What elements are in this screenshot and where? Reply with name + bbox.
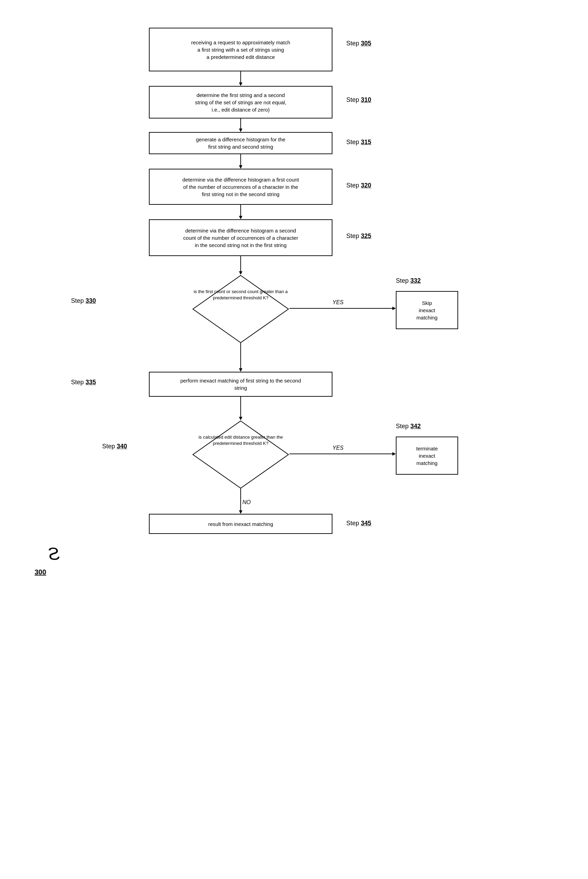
step-335-text: perform inexact matching of first string… bbox=[180, 377, 301, 392]
step-315-text: generate a difference histogram for the … bbox=[196, 136, 285, 150]
step-332-text: Skip inexact matching bbox=[417, 299, 438, 321]
svg-marker-24 bbox=[193, 421, 288, 488]
svg-marker-1 bbox=[239, 83, 242, 86]
step-342-box: terminate inexact matching bbox=[396, 437, 458, 475]
step-305-box: receiving a request to approximately mat… bbox=[149, 28, 333, 71]
step-335-box: perform inexact matching of first string… bbox=[149, 372, 333, 397]
step-342-label: Step 342 bbox=[396, 423, 421, 430]
step-345-label: Step 345 bbox=[346, 520, 371, 527]
step-345-box: result from inexact matching bbox=[149, 514, 333, 534]
step-340-label: Step 340 bbox=[102, 443, 127, 450]
step-335-label: Step 335 bbox=[71, 379, 96, 386]
step-340-diamond-wrapper: is calculated edit distance greater than… bbox=[192, 420, 289, 489]
step-325-box: determine via the difference histogram a… bbox=[149, 219, 333, 256]
step-315-label: Step 315 bbox=[346, 138, 371, 146]
svg-marker-3 bbox=[239, 129, 242, 132]
step-310-label: Step 310 bbox=[346, 96, 371, 104]
step-342-text: terminate inexact matching bbox=[416, 445, 438, 467]
step-310-box: determine the first string and a second … bbox=[149, 86, 333, 119]
step-320-label: Step 320 bbox=[346, 182, 371, 189]
corner-mark: S bbox=[48, 544, 60, 564]
step-332-box: Skip inexact matching bbox=[396, 291, 458, 329]
svg-marker-5 bbox=[239, 165, 242, 169]
figure-label: 300 bbox=[34, 568, 46, 576]
svg-marker-18 bbox=[392, 452, 396, 455]
step-340-text: is calculated edit distance greater than… bbox=[192, 434, 289, 446]
svg-marker-21 bbox=[239, 510, 242, 514]
step-305-text: receiving a request to approximately mat… bbox=[191, 39, 290, 61]
step-315-box: generate a difference histogram for the … bbox=[149, 132, 333, 154]
step-320-box: determine via the difference histogram a… bbox=[149, 169, 333, 205]
step-325-text: determine via the difference histogram a… bbox=[183, 227, 298, 249]
svg-marker-7 bbox=[239, 216, 242, 219]
svg-marker-23 bbox=[193, 275, 288, 343]
svg-marker-14 bbox=[239, 368, 242, 372]
svg-marker-16 bbox=[239, 417, 242, 420]
step-325-label: Step 325 bbox=[346, 233, 371, 240]
svg-marker-9 bbox=[239, 271, 242, 275]
step-310-text: determine the first string and a second … bbox=[195, 92, 286, 113]
step-330-diamond-wrapper: is the first count or second count great… bbox=[192, 275, 289, 343]
svg-text:YES: YES bbox=[333, 299, 344, 305]
step-330-label: Step 330 bbox=[71, 297, 96, 305]
step-330-text: is the first count or second count great… bbox=[192, 288, 289, 301]
svg-text:NO: NO bbox=[242, 499, 251, 505]
diagram-container: YES YES NO receiving a request to approx… bbox=[0, 0, 588, 879]
step-320-text: determine via the difference histogram a… bbox=[183, 176, 299, 198]
step-345-text: result from inexact matching bbox=[208, 520, 273, 528]
step-305-label: Step 305 bbox=[346, 40, 371, 47]
svg-text:YES: YES bbox=[333, 445, 344, 451]
svg-marker-11 bbox=[392, 307, 396, 310]
step-332-label: Step 332 bbox=[396, 277, 421, 284]
